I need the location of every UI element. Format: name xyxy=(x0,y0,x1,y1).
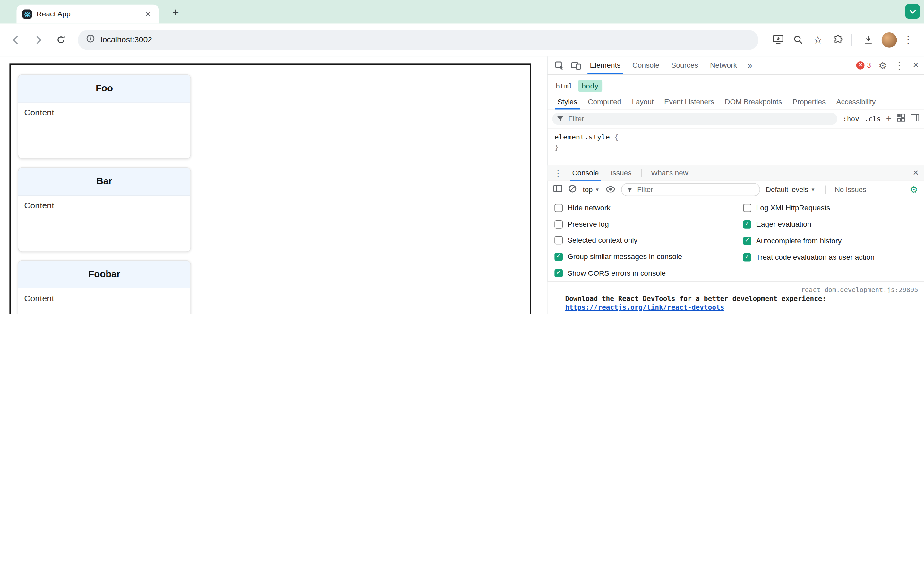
style-selector[interactable]: element.style xyxy=(554,133,610,141)
drawer-tab-console[interactable]: Console xyxy=(566,165,605,181)
site-info-icon[interactable] xyxy=(86,34,95,45)
checkbox-label: Eager evaluation xyxy=(756,220,811,229)
drawer-close-icon[interactable]: × xyxy=(908,165,924,181)
toggle-sidebar-icon[interactable] xyxy=(911,113,919,124)
profile-avatar[interactable] xyxy=(882,32,897,47)
card-bar[interactable]: BarContent xyxy=(18,167,191,252)
tab-styles[interactable]: Styles xyxy=(552,94,583,110)
console-settings-left: Hide networkPreserve logSelected context… xyxy=(554,200,743,282)
breadcrumb-body[interactable]: body xyxy=(578,80,602,92)
console-filter-wrap[interactable] xyxy=(621,183,760,196)
context-selector-dropdown[interactable]: top▼ xyxy=(583,185,600,194)
style-swatches-icon[interactable] xyxy=(897,113,905,124)
card-content: Content xyxy=(18,103,190,122)
error-count-badge[interactable]: × 3 xyxy=(856,61,871,69)
tab-event-listeners[interactable]: Event Listeners xyxy=(659,94,720,110)
console-setting-log-xmlhttprequests[interactable]: Log XMLHttpRequests xyxy=(743,200,924,216)
tab-dom-breakpoints[interactable]: DOM Breakpoints xyxy=(720,94,787,110)
message-source-link[interactable]: react-dom.development.js:29895 xyxy=(571,285,918,295)
devtools-tab-network[interactable]: Network xyxy=(704,56,743,74)
dom-closing-tag[interactable]: </head> xyxy=(596,77,624,79)
console-setting-eager-evaluation[interactable]: ✓Eager evaluation xyxy=(743,216,924,232)
devtools-settings-gear-icon[interactable]: ⚙ xyxy=(875,57,891,73)
breadcrumb-html[interactable]: html xyxy=(552,80,576,92)
bookmark-star-icon[interactable]: ☆ xyxy=(809,31,827,48)
console-setting-preserve-log[interactable]: Preserve log xyxy=(554,216,743,232)
checkbox-checked-icon[interactable]: ✓ xyxy=(743,220,751,229)
reload-icon[interactable] xyxy=(52,31,69,48)
drawer-tab-issues[interactable]: Issues xyxy=(605,165,638,181)
toolbar-divider xyxy=(825,185,825,194)
console-setting-autocomplete-from-history[interactable]: ✓Autocomplete from history xyxy=(743,233,924,249)
console-setting-treat-code-evaluation-as-user-action[interactable]: ✓Treat code evaluation as user action xyxy=(743,249,924,266)
checkbox-label: Group similar messages in console xyxy=(567,253,682,261)
tab-accessibility[interactable]: Accessibility xyxy=(831,94,881,110)
checkbox-checked-icon[interactable]: ✓ xyxy=(743,253,751,261)
console-messages: react-dom.development.js:29895Download t… xyxy=(548,282,924,314)
card-foo[interactable]: FooContent xyxy=(18,74,191,159)
drawer-menu-icon[interactable]: ⋮ xyxy=(550,165,566,181)
devtools-tab-console[interactable]: Console xyxy=(627,56,666,74)
devtools-tab-sources[interactable]: Sources xyxy=(666,56,704,74)
checkbox-label: Treat code evaluation as user action xyxy=(756,253,875,261)
clear-console-icon[interactable] xyxy=(568,184,577,195)
console-setting-selected-context-only[interactable]: Selected context only xyxy=(554,232,743,249)
tab-computed[interactable]: Computed xyxy=(583,94,627,110)
back-icon[interactable] xyxy=(7,31,25,48)
tab-layout[interactable]: Layout xyxy=(627,94,659,110)
address-bar[interactable]: localhost:3002 xyxy=(78,30,758,50)
tab-title: React App xyxy=(37,10,143,18)
console-setting-show-cors-errors-in-console[interactable]: ✓Show CORS errors in console xyxy=(554,265,743,282)
console-filter-input[interactable] xyxy=(636,185,754,194)
console-setting-group-similar-messages-in-console[interactable]: ✓Group similar messages in console xyxy=(554,249,743,265)
new-style-rule-icon[interactable]: + xyxy=(886,115,892,123)
styles-filter-input[interactable] xyxy=(567,114,833,123)
extensions-icon[interactable] xyxy=(829,31,846,48)
styles-filter-wrap[interactable] xyxy=(552,113,837,125)
console-toolbar: top▼ Default levels▼ No Issues xyxy=(548,181,924,198)
tab-close-icon[interactable]: × xyxy=(142,9,153,19)
styles-sidebar-tabs: Styles Computed Layout Event Listeners D… xyxy=(548,94,924,110)
checkbox-checked-icon[interactable]: ✓ xyxy=(554,269,563,277)
console-sidebar-icon[interactable] xyxy=(553,184,562,195)
checkbox-checked-icon[interactable]: ✓ xyxy=(743,237,751,245)
elements-breadcrumb: html body xyxy=(548,78,924,94)
browser-menu-icon[interactable]: ⋮ xyxy=(899,31,917,48)
element-style-rule[interactable]: element.style { } xyxy=(548,128,924,165)
tab-search-button[interactable] xyxy=(905,4,920,19)
console-link[interactable]: https://reactjs.org/link/react-devtools xyxy=(565,303,724,311)
element-classes-button[interactable]: .cls xyxy=(864,115,881,123)
checkbox-checked-icon[interactable]: ✓ xyxy=(554,253,563,261)
search-icon[interactable] xyxy=(789,31,806,48)
drawer-tab-whats-new[interactable]: What's new xyxy=(645,165,694,181)
forward-icon[interactable] xyxy=(29,31,47,48)
checkbox-label: Log XMLHttpRequests xyxy=(756,204,830,212)
checkbox-unchecked-icon[interactable] xyxy=(554,203,563,212)
browser-tab[interactable]: React App × xyxy=(16,5,159,24)
error-icon: × xyxy=(856,61,865,69)
devtools-close-icon[interactable]: × xyxy=(908,57,924,73)
toggle-hover-state-button[interactable]: :hov xyxy=(843,115,859,123)
checkbox-unchecked-icon[interactable] xyxy=(743,204,751,212)
checkbox-unchecked-icon[interactable] xyxy=(554,236,563,245)
inspect-element-icon[interactable] xyxy=(551,57,567,73)
devtools-tab-elements[interactable]: Elements xyxy=(584,56,626,74)
drawer-tab-divider xyxy=(641,169,642,177)
live-expression-eye-icon[interactable] xyxy=(606,184,615,195)
checkbox-unchecked-icon[interactable] xyxy=(554,220,563,228)
devtools-menu-icon[interactable]: ⋮ xyxy=(891,57,907,73)
tab-strip: React App × + xyxy=(0,0,924,23)
checkbox-label: Hide network xyxy=(567,203,611,212)
new-tab-button[interactable]: + xyxy=(168,5,183,19)
console-settings-gear-icon[interactable]: ⚙ xyxy=(909,184,918,195)
more-tabs-icon[interactable]: » xyxy=(743,61,757,70)
issues-status[interactable]: No Issues xyxy=(835,185,866,194)
tab-properties[interactable]: Properties xyxy=(787,94,831,110)
card-foobar[interactable]: FoobarContent xyxy=(18,260,191,314)
device-toolbar-icon[interactable] xyxy=(567,57,584,73)
downloads-icon[interactable] xyxy=(859,31,877,48)
styles-filter-row: :hov .cls + xyxy=(548,110,924,128)
console-setting-hide-network[interactable]: Hide network xyxy=(554,200,743,216)
log-levels-dropdown[interactable]: Default levels▼ xyxy=(766,185,815,194)
install-app-icon[interactable] xyxy=(769,31,787,48)
